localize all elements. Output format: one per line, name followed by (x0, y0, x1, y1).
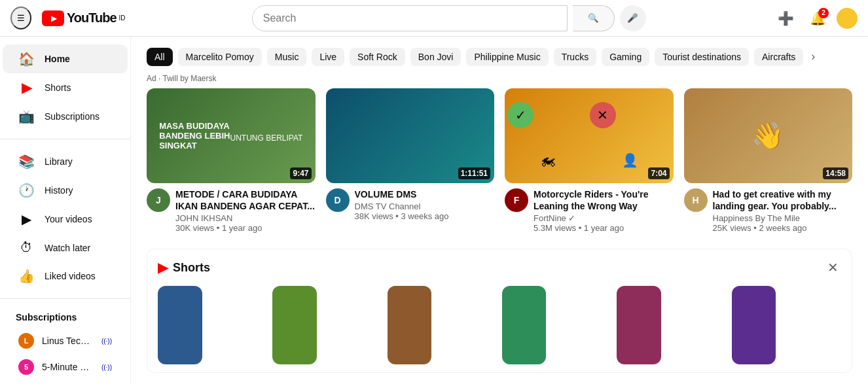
duration-4: 14:58 (823, 167, 848, 179)
video-card-3[interactable]: ✓ ✕ 🏍 👤 7:04 F Motorcycle Riders - You'r… (505, 88, 674, 233)
avatar[interactable] (837, 8, 858, 29)
duration-3: 7:04 (648, 167, 669, 179)
chip-aircrafts[interactable]: Aircrafts (754, 48, 803, 66)
youtube-logo-icon (42, 10, 64, 26)
sub-avatar-linus: L (18, 333, 34, 349)
logo-text: YouTube (67, 10, 117, 26)
video-card-4[interactable]: 👋 14:58 H Had to get creative with my la… (684, 88, 853, 233)
sidebar-label-liked-videos: Liked videos (45, 271, 96, 281)
chip-live[interactable]: Live (312, 48, 344, 66)
notification-badge: 2 (818, 8, 829, 18)
filter-bar: All Marcelito Pomoy Music Live Soft Rock… (147, 37, 852, 71)
video-info-2: D VOLUME DMS DMS TV Channel 38K views • … (326, 188, 495, 221)
sub-label-5min: 5-Minute Crafts ... (42, 362, 91, 372)
header-center: 🔍 🎤 (131, 5, 767, 31)
sidebar-label-shorts: Shorts (45, 82, 71, 93)
sidebar-item-liked-videos[interactable]: 👍 Liked videos (3, 262, 128, 290)
duration-2: 1:11:51 (458, 167, 490, 179)
shorts-section: ▶ Shorts ✕ (147, 249, 852, 373)
subscription-item-langfocus[interactable]: L Langfocus (3, 380, 128, 384)
video-card-2[interactable]: 1:11:51 D VOLUME DMS DMS TV Channel 38K … (326, 88, 495, 233)
create-button[interactable]: ➕ (772, 5, 799, 31)
sidebar-item-your-videos[interactable]: ▶ Your videos (3, 205, 128, 234)
shorts-title: Shorts (173, 261, 210, 275)
library-icon: 📚 (18, 154, 34, 169)
sub-live-5min: ((·)) (101, 364, 112, 371)
sidebar-label-home: Home (45, 54, 70, 64)
sidebar-item-shorts[interactable]: ▶ Shorts (3, 73, 128, 102)
home-icon: 🏠 (18, 51, 34, 67)
shorts-card-4[interactable] (502, 286, 547, 364)
search-input[interactable] (253, 6, 567, 31)
shorts-close-button[interactable]: ✕ (825, 257, 841, 278)
logo[interactable]: YouTubeID (42, 10, 126, 26)
shorts-card-6[interactable] (732, 286, 776, 364)
search-icon: 🔍 (588, 13, 599, 23)
subscription-item-linus[interactable]: L Linus Tech Tips ((·)) (3, 328, 128, 354)
chip-music[interactable]: Music (267, 48, 307, 66)
sidebar-item-subscriptions[interactable]: 📺 Subscriptions (3, 102, 128, 131)
sidebar-divider-1 (0, 139, 130, 139)
video-title-1: METODE / CARA BUDIDAYA IKAN BANDENG AGAR… (175, 188, 316, 212)
sidebar-item-library[interactable]: 📚 Library (3, 147, 128, 176)
subscriptions-title: Subscriptions (0, 307, 130, 328)
chip-gaming[interactable]: Gaming (602, 48, 649, 66)
menu-button[interactable]: ☰ (10, 7, 31, 29)
shorts-card-5[interactable] (617, 286, 661, 364)
video-title-3: Motorcycle Riders - You're Leaning the W… (533, 188, 674, 212)
video-channel-3: FortNine ✓ (533, 213, 674, 223)
video-meta-1: METODE / CARA BUDIDAYA IKAN BANDENG AGAR… (175, 188, 316, 233)
chip-soft-rock[interactable]: Soft Rock (350, 48, 405, 66)
shorts-card-2[interactable] (272, 286, 317, 364)
video-info-4: H Had to get creative with my landing ge… (684, 188, 853, 233)
sub-avatar-5min: 5 (18, 359, 34, 375)
thumbnail-4: 👋 14:58 (684, 88, 853, 183)
chip-all[interactable]: All (147, 48, 173, 66)
video-channel-2: DMS TV Channel (355, 201, 495, 211)
channel-avatar-3: F (505, 188, 528, 212)
chip-philippine-music[interactable]: Philippine Music (466, 48, 548, 66)
watch-later-icon: ⏱ (18, 240, 34, 255)
shorts-card-1[interactable] (158, 286, 202, 364)
hamburger-icon: ☰ (17, 13, 25, 23)
sidebar-divider-2 (0, 298, 130, 299)
shorts-header: ▶ Shorts ✕ (158, 257, 841, 278)
thumbnail-3: ✓ ✕ 🏍 👤 7:04 (505, 88, 674, 183)
sidebar-item-home[interactable]: 🏠 Home (3, 44, 128, 73)
video-meta-4: Had to get creative with my landing gear… (713, 188, 853, 233)
history-icon: 🕐 (18, 183, 34, 198)
chip-tourist[interactable]: Tourist destinations (655, 48, 749, 66)
search-bar (252, 5, 568, 31)
chip-trucks[interactable]: Trucks (554, 48, 596, 66)
video-stats-1: 30K views • 1 year ago (175, 223, 316, 233)
shorts-logo-icon: ▶ (158, 260, 168, 275)
notifications-button[interactable]: 🔔 2 (805, 5, 831, 31)
sidebar-label-history: History (45, 185, 73, 196)
search-button[interactable]: 🔍 (573, 5, 615, 31)
sidebar-label-subscriptions: Subscriptions (45, 111, 99, 122)
chip-bon-jovi[interactable]: Bon Jovi (410, 48, 461, 66)
filter-next-button[interactable]: › (808, 47, 818, 66)
channel-avatar-4: H (684, 188, 708, 212)
sidebar-item-history[interactable]: 🕐 History (3, 176, 128, 205)
header-left: ☰ YouTubeID (10, 7, 126, 29)
ad-label: Ad · Twill by Maersk (147, 74, 216, 83)
mic-button[interactable]: 🎤 (620, 5, 646, 31)
shorts-card-3[interactable] (388, 286, 432, 364)
chip-marcelito[interactable]: Marcelito Pomoy (178, 48, 262, 66)
ad-bar: Ad · Twill by Maersk (147, 71, 852, 88)
video-title-2: VOLUME DMS (355, 188, 495, 200)
video-meta-2: VOLUME DMS DMS TV Channel 38K views • 3 … (355, 188, 495, 221)
sub-label-linus: Linus Tech Tips (42, 336, 91, 346)
shorts-title-wrap: ▶ Shorts (158, 260, 210, 275)
logo-country: ID (119, 14, 126, 22)
sidebar-item-watch-later[interactable]: ⏱ Watch later (3, 234, 128, 262)
subscription-item-5min[interactable]: 5 5-Minute Crafts ... ((·)) (3, 354, 128, 380)
video-info-3: F Motorcycle Riders - You're Leaning the… (505, 188, 674, 233)
sub-live-linus: ((·)) (101, 338, 112, 345)
video-card-1[interactable]: MASA BUDIDAYABANDENG LEBIHSINGKAT UNTUNG… (147, 88, 316, 233)
video-title-4: Had to get creative with my landing gear… (713, 188, 853, 212)
video-meta-3: Motorcycle Riders - You're Leaning the W… (533, 188, 674, 233)
main-content: All Marcelito Pomoy Music Live Soft Rock… (131, 37, 868, 384)
duration-1: 9:47 (290, 167, 311, 179)
